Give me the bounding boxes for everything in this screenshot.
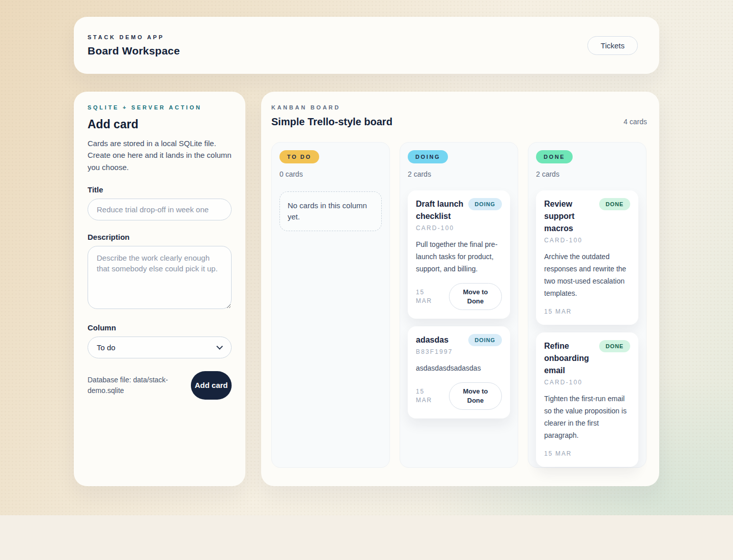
card-date: 15 MAR [544, 450, 572, 458]
app-header: STACK DEMO APP Board Workspace Tickets [74, 17, 659, 74]
card-footer: 15 MAR Move to Done [416, 283, 502, 310]
form-title: Add card [88, 118, 232, 131]
kanban-card-review-support-macros: Review support macros DONE CARD-100 Arch… [536, 190, 638, 325]
app-eyebrow: STACK DEMO APP [88, 34, 180, 40]
doing-card-count: 2 cards [408, 170, 510, 178]
card-footer: 15 MAR Move to Done [416, 382, 502, 409]
status-badge: DOING [468, 198, 502, 210]
card-footer: 15 MAR [544, 450, 630, 458]
status-badge: DOING [468, 334, 502, 346]
column-todo: TO DO 0 cards No cards in this column ye… [271, 142, 390, 468]
total-card-count: 4 cards [624, 118, 647, 126]
header-titles: STACK DEMO APP Board Workspace [88, 34, 180, 57]
column-select-wrap: To do [88, 337, 232, 358]
card-code: B83F1997 [416, 348, 502, 355]
description-textarea[interactable] [88, 246, 232, 309]
form-footer: Database file: data/stack-demo.sqlite Ad… [88, 371, 232, 400]
board-columns: TO DO 0 cards No cards in this column ye… [271, 142, 648, 468]
kanban-card-refine-onboarding-email: Refine onboarding email DONE CARD-100 Ti… [536, 332, 638, 467]
todo-card-count: 0 cards [279, 170, 382, 178]
card-date: 15 MAR [416, 387, 437, 405]
move-to-done-button[interactable]: Move to Done [449, 382, 502, 409]
board-header: KANBAN BOARD Simple Trello-style board 4… [271, 104, 648, 128]
form-description: Cards are stored in a local SQLite file.… [88, 137, 232, 173]
card-code: CARD-100 [544, 379, 630, 386]
done-card-count: 2 cards [536, 170, 638, 178]
add-card-panel: SQLITE + SERVER ACTION Add card Cards ar… [74, 92, 245, 486]
move-to-done-button[interactable]: Move to Done [449, 283, 502, 310]
column-doing: DOING 2 cards Draft launch checklist DOI… [400, 142, 518, 468]
status-badge: DONE [599, 340, 630, 352]
card-date: 15 MAR [544, 307, 572, 316]
card-header: Refine onboarding email DONE [544, 340, 630, 377]
card-header: Review support macros DONE [544, 198, 630, 235]
card-header: Draft launch checklist DOING [416, 198, 502, 222]
form-eyebrow: SQLITE + SERVER ACTION [88, 104, 232, 110]
database-file-note: Database file: data/stack-demo.sqlite [88, 375, 175, 396]
column-done: DONE 2 cards Review support macros DONE … [528, 142, 646, 468]
card-title: Draft launch checklist [416, 198, 464, 222]
card-header: adasdas DOING [416, 334, 502, 346]
card-title: Review support macros [544, 198, 595, 235]
card-title: Refine onboarding email [544, 340, 595, 377]
board-title: Simple Trello-style board [271, 116, 392, 128]
tickets-button[interactable]: Tickets [587, 36, 638, 55]
status-badge: DONE [599, 198, 630, 210]
column-select[interactable]: To do [88, 337, 232, 358]
board-eyebrow: KANBAN BOARD [271, 104, 392, 110]
board-titles: KANBAN BOARD Simple Trello-style board [271, 104, 392, 128]
description-field-label: Description [88, 233, 232, 241]
title-field-label: Title [88, 185, 232, 194]
kanban-card-adasdas: adasdas DOING B83F1997 asdasdasdsadasdas… [408, 326, 510, 418]
card-description: Archive the outdated responses and rewri… [544, 250, 630, 299]
card-code: CARD-100 [544, 237, 630, 244]
page-title: Board Workspace [88, 45, 180, 57]
todo-column-badge: TO DO [279, 150, 319, 163]
app-background: STACK DEMO APP Board Workspace Tickets S… [0, 0, 733, 515]
card-code: CARD-100 [416, 225, 502, 232]
card-description: Pull together the final pre-launch tasks… [416, 238, 502, 275]
title-input[interactable] [88, 199, 232, 220]
column-field-label: Column [88, 323, 232, 332]
kanban-card-draft-launch-checklist: Draft launch checklist DOING CARD-100 Pu… [408, 190, 510, 319]
card-description: asdasdasdsadasdas [416, 362, 502, 374]
card-description: Tighten the first-run email so the value… [544, 393, 630, 441]
empty-column-placeholder: No cards in this column yet. [279, 191, 382, 231]
add-card-button[interactable]: Add card [191, 371, 232, 400]
card-footer: 15 MAR [544, 307, 630, 316]
done-column-badge: DONE [536, 150, 573, 163]
doing-column-badge: DOING [408, 150, 448, 163]
kanban-board-panel: KANBAN BOARD Simple Trello-style board 4… [261, 92, 659, 486]
card-date: 15 MAR [416, 288, 437, 305]
card-title: adasdas [416, 334, 448, 346]
